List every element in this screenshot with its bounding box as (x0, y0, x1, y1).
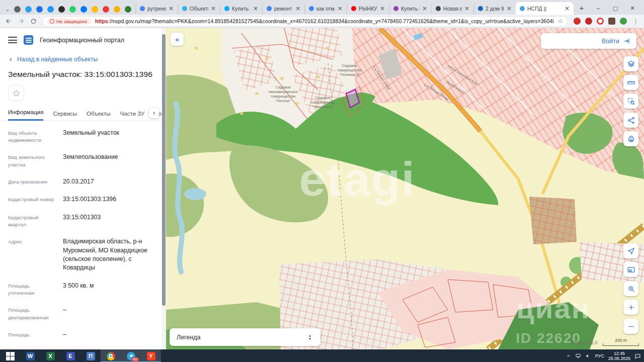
tab-favicon (182, 6, 187, 11)
share-icon (627, 116, 635, 125)
excel-app[interactable]: X (40, 349, 60, 362)
zoom-in-button[interactable] (623, 300, 638, 315)
browser-tab[interactable]: ремонт✕ (262, 2, 304, 15)
telegram-app[interactable]: 483 (121, 349, 141, 362)
blue-red-app[interactable]: Е (60, 349, 80, 362)
attribute-row: СтатусУчтенный (8, 343, 158, 348)
new-tab-button[interactable]: + (576, 2, 588, 14)
browser-menu-icon[interactable]: ⋮ (632, 18, 639, 25)
back-icon[interactable] (5, 18, 12, 25)
tab-close-icon[interactable]: ✕ (464, 5, 469, 12)
whatsapp-icon[interactable] (69, 6, 76, 13)
tabs-scroll-next-button[interactable] (149, 108, 159, 118)
share-button[interactable] (623, 113, 638, 128)
dark-bird-icon[interactable] (58, 6, 65, 13)
locate-button[interactable] (623, 243, 638, 258)
legend-bar[interactable]: Легенда (170, 328, 320, 346)
browser-tab[interactable]: как отм✕ (304, 2, 347, 15)
chevron-left-icon (8, 57, 14, 62)
browser-tab[interactable]: Новая в✕ (431, 2, 473, 15)
print-button[interactable] (623, 131, 638, 146)
minimap-button[interactable] (623, 262, 638, 277)
browser-tab[interactable]: Объекты✕ (178, 2, 220, 15)
attribute-row: Кадастровый квартал33:15:001303 (8, 209, 158, 233)
archive-box-icon[interactable] (608, 18, 615, 25)
green-profile-icon[interactable] (620, 18, 627, 25)
zoom-out-button[interactable] (623, 319, 638, 334)
panel-tab-Части ЗУ[interactable]: Части ЗУ (120, 111, 145, 121)
tray-chevron-up-icon[interactable] (566, 353, 571, 358)
panel-scrollbar[interactable] (162, 28, 166, 349)
panel-tab-Информация[interactable]: Информация (8, 109, 43, 121)
attribute-list: Вид объекта недвижимостиЗемельный участо… (0, 121, 166, 348)
browser-tab[interactable]: 2 дом 9✕ (473, 2, 516, 15)
drive-icon[interactable] (92, 6, 98, 13)
blue-globe-icon[interactable] (36, 6, 43, 13)
green-tree-icon[interactable] (125, 6, 131, 13)
attribute-label: Статус (8, 348, 57, 348)
layers-button[interactable] (623, 56, 638, 71)
ruler-button[interactable] (623, 75, 638, 90)
menu-icon[interactable] (8, 37, 17, 43)
favorite-button[interactable] (8, 85, 24, 101)
scrollbar-thumb[interactable] (162, 34, 166, 306)
panel-collapse-button[interactable]: « (171, 33, 184, 46)
browser-tab[interactable]: Купить к✕ (389, 2, 431, 15)
word-app[interactable]: W (20, 349, 40, 362)
search-area-button[interactable] (623, 281, 638, 296)
attribute-value: – (63, 306, 158, 321)
maximize-button[interactable]: ▢ (607, 2, 624, 15)
red-badge-icon[interactable] (585, 18, 592, 25)
panel-tab-Сервисы[interactable]: Сервисы (53, 111, 77, 121)
tabs-search-chevron-icon[interactable] (14, 6, 21, 13)
tab-close-icon[interactable]: ✕ (253, 5, 258, 12)
object-info-panel: Геоинформационный портал Назад в найденн… (0, 28, 166, 349)
security-badge[interactable]: Не защищено (47, 18, 91, 25)
address-bar[interactable]: Не защищено https://nspd.gov.ru/map?them… (42, 16, 568, 27)
tab-close-icon[interactable]: ✕ (211, 5, 216, 12)
chrome-app[interactable] (101, 349, 121, 362)
browser-tab[interactable]: НСПД ||✕ (516, 2, 574, 15)
language-indicator[interactable]: РУС (595, 353, 604, 358)
volume-icon[interactable] (585, 353, 591, 359)
blue-app-icon[interactable] (47, 6, 54, 13)
tab-close-icon[interactable]: ✕ (380, 5, 385, 12)
attribute-value: 20.03.2017 (63, 177, 158, 186)
start-button[interactable] (0, 349, 20, 362)
attribute-value: Землепользование (63, 153, 158, 168)
window-controls: –▢✕ (590, 2, 641, 15)
yandex-app[interactable]: Y (141, 349, 161, 362)
tab-search-chevron-icon[interactable]: ⌄ (3, 4, 12, 15)
browser-tab[interactable]: Купить з✕ (220, 2, 262, 15)
notification-center-icon[interactable] (634, 353, 641, 359)
tab-close-icon[interactable]: ✕ (565, 5, 570, 12)
network-icon[interactable] (575, 353, 581, 359)
browser-tab[interactable]: рутреке✕ (135, 2, 178, 15)
tab-close-icon[interactable]: ✕ (422, 5, 427, 12)
tab-close-icon[interactable]: ✕ (169, 5, 174, 12)
refresh-icon[interactable] (30, 18, 37, 25)
yellow-dot-icon[interactable] (114, 6, 120, 13)
adguard-shield-icon[interactable] (574, 18, 581, 25)
tab-close-icon[interactable]: ✕ (507, 5, 512, 12)
close-button[interactable]: ✕ (624, 2, 641, 15)
legend-sort-icon[interactable] (306, 334, 313, 341)
edge-blue-icon[interactable] (25, 6, 32, 13)
tab-close-icon[interactable]: ✕ (295, 5, 300, 12)
forward-icon[interactable] (18, 18, 25, 25)
login-button[interactable]: Войти (541, 33, 636, 49)
taskbar-clock[interactable]: 12:4525.06.2025 (608, 351, 630, 361)
attribute-value: 3 500 кв. м (63, 282, 158, 297)
opera-ring-icon[interactable] (597, 18, 604, 25)
bookmark-star-icon[interactable]: ☆ (557, 18, 563, 25)
red-d-icon[interactable] (103, 6, 109, 13)
tab-close-icon[interactable]: ✕ (338, 5, 343, 12)
blue-grid-app[interactable]: П (80, 349, 101, 362)
vk-icon[interactable] (80, 6, 87, 13)
map-canvas[interactable]: Садовое товарищество "Полянка-2"Садовое … (166, 28, 644, 349)
browser-tab[interactable]: РЫНКУ✕ (347, 2, 389, 15)
panel-tab-Объекты[interactable]: Объекты (87, 111, 110, 121)
minimize-button[interactable]: – (590, 2, 607, 15)
area-select-button[interactable] (623, 94, 638, 109)
back-to-results-link[interactable]: Назад в найденные объекты (0, 50, 166, 63)
